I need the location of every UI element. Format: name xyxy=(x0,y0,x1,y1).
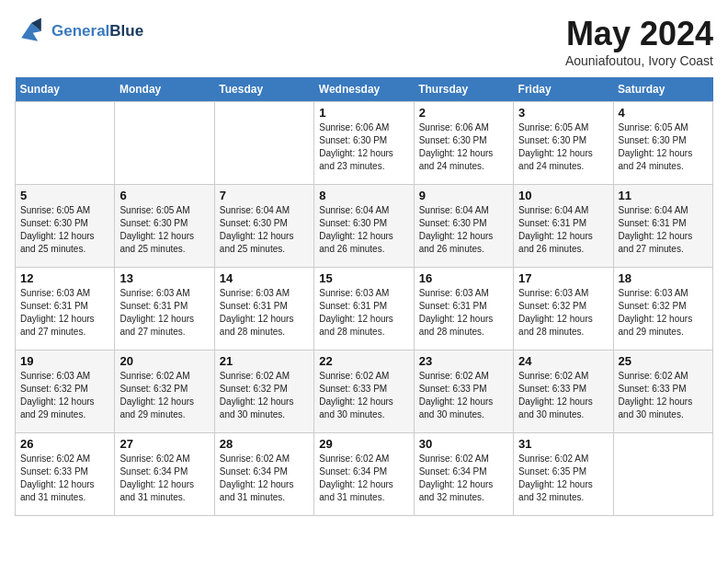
calendar-cell: 2Sunrise: 6:06 AM Sunset: 6:30 PM Daylig… xyxy=(414,102,513,185)
day-number: 3 xyxy=(518,106,608,120)
day-number: 31 xyxy=(518,437,608,451)
day-detail: Sunrise: 6:03 AM Sunset: 6:31 PM Dayligh… xyxy=(419,287,508,339)
calendar-cell: 24Sunrise: 6:02 AM Sunset: 6:33 PM Dayli… xyxy=(514,350,613,433)
day-header-sunday: Sunday xyxy=(16,77,115,102)
day-header-friday: Friday xyxy=(514,77,613,102)
day-detail: Sunrise: 6:02 AM Sunset: 6:32 PM Dayligh… xyxy=(119,370,209,421)
location: Aouniafoutou, Ivory Coast xyxy=(565,53,713,68)
day-number: 17 xyxy=(518,271,608,285)
day-number: 29 xyxy=(319,437,408,451)
day-number: 5 xyxy=(20,189,109,202)
calendar-cell: 5Sunrise: 6:05 AM Sunset: 6:30 PM Daylig… xyxy=(16,185,115,268)
calendar-cell: 19Sunrise: 6:03 AM Sunset: 6:32 PM Dayli… xyxy=(16,350,115,433)
calendar-cell: 10Sunrise: 6:04 AM Sunset: 6:31 PM Dayli… xyxy=(514,185,613,268)
calendar-table: SundayMondayTuesdayWednesdayThursdayFrid… xyxy=(15,77,713,516)
calendar-cell: 29Sunrise: 6:02 AM Sunset: 6:34 PM Dayli… xyxy=(314,433,414,516)
calendar-cell: 9Sunrise: 6:04 AM Sunset: 6:30 PM Daylig… xyxy=(414,185,513,268)
header: GeneralBlue May 2024 Aouniafoutou, Ivory… xyxy=(15,15,713,68)
day-detail: Sunrise: 6:02 AM Sunset: 6:34 PM Dayligh… xyxy=(319,453,408,504)
day-detail: Sunrise: 6:03 AM Sunset: 6:32 PM Dayligh… xyxy=(619,287,708,339)
day-detail: Sunrise: 6:06 AM Sunset: 6:30 PM Dayligh… xyxy=(319,121,408,173)
calendar-cell: 14Sunrise: 6:03 AM Sunset: 6:31 PM Dayli… xyxy=(214,268,313,350)
day-detail: Sunrise: 6:04 AM Sunset: 6:30 PM Dayligh… xyxy=(220,204,309,256)
day-detail: Sunrise: 6:02 AM Sunset: 6:34 PM Dayligh… xyxy=(220,453,309,504)
calendar-cell: 15Sunrise: 6:03 AM Sunset: 6:31 PM Dayli… xyxy=(314,268,414,350)
calendar-cell: 22Sunrise: 6:02 AM Sunset: 6:33 PM Dayli… xyxy=(314,350,414,433)
logo: GeneralBlue xyxy=(15,15,143,48)
calendar-cell: 21Sunrise: 6:02 AM Sunset: 6:32 PM Dayli… xyxy=(214,350,313,433)
day-detail: Sunrise: 6:02 AM Sunset: 6:33 PM Dayligh… xyxy=(518,370,608,421)
calendar-cell xyxy=(115,102,214,185)
day-header-tuesday: Tuesday xyxy=(214,77,313,102)
day-number: 27 xyxy=(119,437,209,451)
calendar-cell: 3Sunrise: 6:05 AM Sunset: 6:30 PM Daylig… xyxy=(514,102,613,185)
week-row-2: 5Sunrise: 6:05 AM Sunset: 6:30 PM Daylig… xyxy=(16,185,713,268)
day-number: 16 xyxy=(419,271,508,285)
calendar-cell xyxy=(16,102,115,185)
calendar-cell: 17Sunrise: 6:03 AM Sunset: 6:32 PM Dayli… xyxy=(514,268,613,350)
logo-line1: General xyxy=(51,22,109,40)
week-row-4: 19Sunrise: 6:03 AM Sunset: 6:32 PM Dayli… xyxy=(16,350,713,433)
day-detail: Sunrise: 6:03 AM Sunset: 6:31 PM Dayligh… xyxy=(20,287,109,339)
day-number: 18 xyxy=(619,271,708,285)
day-number: 4 xyxy=(619,106,708,120)
calendar-cell: 4Sunrise: 6:05 AM Sunset: 6:30 PM Daylig… xyxy=(613,102,712,185)
day-number: 15 xyxy=(319,271,408,285)
day-number: 2 xyxy=(419,106,508,120)
day-detail: Sunrise: 6:02 AM Sunset: 6:33 PM Dayligh… xyxy=(20,453,109,504)
day-detail: Sunrise: 6:04 AM Sunset: 6:30 PM Dayligh… xyxy=(319,204,408,256)
day-detail: Sunrise: 6:02 AM Sunset: 6:35 PM Dayligh… xyxy=(518,453,608,504)
day-header-thursday: Thursday xyxy=(414,77,513,102)
day-detail: Sunrise: 6:05 AM Sunset: 6:30 PM Dayligh… xyxy=(518,121,608,173)
day-detail: Sunrise: 6:05 AM Sunset: 6:30 PM Dayligh… xyxy=(20,204,109,256)
day-header-saturday: Saturday xyxy=(613,77,712,102)
calendar-cell: 7Sunrise: 6:04 AM Sunset: 6:30 PM Daylig… xyxy=(214,185,313,268)
calendar-cell xyxy=(613,433,712,516)
calendar-cell: 11Sunrise: 6:04 AM Sunset: 6:31 PM Dayli… xyxy=(613,185,712,268)
logo-line2: Blue xyxy=(109,22,143,40)
day-number: 25 xyxy=(619,354,708,368)
day-number: 11 xyxy=(619,189,708,202)
week-row-3: 12Sunrise: 6:03 AM Sunset: 6:31 PM Dayli… xyxy=(16,268,713,350)
day-number: 28 xyxy=(220,437,309,451)
day-detail: Sunrise: 6:04 AM Sunset: 6:30 PM Dayligh… xyxy=(419,204,508,256)
day-number: 30 xyxy=(419,437,508,451)
day-detail: Sunrise: 6:02 AM Sunset: 6:34 PM Dayligh… xyxy=(419,453,508,504)
day-number: 6 xyxy=(119,189,209,202)
calendar-cell: 18Sunrise: 6:03 AM Sunset: 6:32 PM Dayli… xyxy=(613,268,712,350)
day-number: 24 xyxy=(518,354,608,368)
day-number: 12 xyxy=(20,271,109,285)
calendar-cell: 26Sunrise: 6:02 AM Sunset: 6:33 PM Dayli… xyxy=(16,433,115,516)
calendar-cell: 28Sunrise: 6:02 AM Sunset: 6:34 PM Dayli… xyxy=(214,433,313,516)
calendar-cell: 27Sunrise: 6:02 AM Sunset: 6:34 PM Dayli… xyxy=(115,433,214,516)
day-number: 19 xyxy=(20,354,109,368)
day-number: 21 xyxy=(220,354,309,368)
calendar-cell: 1Sunrise: 6:06 AM Sunset: 6:30 PM Daylig… xyxy=(314,102,414,185)
day-detail: Sunrise: 6:02 AM Sunset: 6:33 PM Dayligh… xyxy=(619,370,708,421)
logo-icon xyxy=(15,15,48,48)
day-detail: Sunrise: 6:02 AM Sunset: 6:33 PM Dayligh… xyxy=(419,370,508,421)
calendar-cell xyxy=(214,102,313,185)
calendar-cell: 12Sunrise: 6:03 AM Sunset: 6:31 PM Dayli… xyxy=(16,268,115,350)
day-detail: Sunrise: 6:03 AM Sunset: 6:31 PM Dayligh… xyxy=(220,287,309,339)
calendar-cell: 30Sunrise: 6:02 AM Sunset: 6:34 PM Dayli… xyxy=(414,433,513,516)
day-detail: Sunrise: 6:02 AM Sunset: 6:34 PM Dayligh… xyxy=(119,453,209,504)
day-header-monday: Monday xyxy=(115,77,214,102)
day-detail: Sunrise: 6:03 AM Sunset: 6:32 PM Dayligh… xyxy=(518,287,608,339)
day-detail: Sunrise: 6:04 AM Sunset: 6:31 PM Dayligh… xyxy=(619,204,708,256)
day-number: 26 xyxy=(20,437,109,451)
day-number: 8 xyxy=(319,189,408,202)
calendar-cell: 6Sunrise: 6:05 AM Sunset: 6:30 PM Daylig… xyxy=(115,185,214,268)
day-number: 22 xyxy=(319,354,408,368)
day-number: 23 xyxy=(419,354,508,368)
calendar-cell: 13Sunrise: 6:03 AM Sunset: 6:31 PM Dayli… xyxy=(115,268,214,350)
calendar-cell: 20Sunrise: 6:02 AM Sunset: 6:32 PM Dayli… xyxy=(115,350,214,433)
logo-text: GeneralBlue xyxy=(51,23,143,40)
calendar-cell: 8Sunrise: 6:04 AM Sunset: 6:30 PM Daylig… xyxy=(314,185,414,268)
day-detail: Sunrise: 6:05 AM Sunset: 6:30 PM Dayligh… xyxy=(619,121,708,173)
day-detail: Sunrise: 6:03 AM Sunset: 6:31 PM Dayligh… xyxy=(319,287,408,339)
week-row-5: 26Sunrise: 6:02 AM Sunset: 6:33 PM Dayli… xyxy=(16,433,713,516)
calendar-cell: 16Sunrise: 6:03 AM Sunset: 6:31 PM Dayli… xyxy=(414,268,513,350)
day-detail: Sunrise: 6:05 AM Sunset: 6:30 PM Dayligh… xyxy=(119,204,209,256)
calendar-cell: 31Sunrise: 6:02 AM Sunset: 6:35 PM Dayli… xyxy=(514,433,613,516)
